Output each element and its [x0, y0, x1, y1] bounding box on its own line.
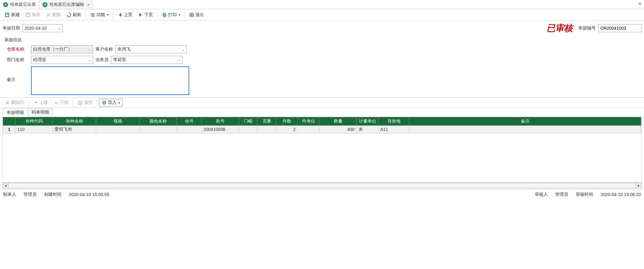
scroll-right-icon[interactable]: ▸ — [636, 183, 641, 188]
cell-unit[interactable]: 米 — [357, 126, 378, 133]
scroll-track[interactable] — [8, 183, 636, 188]
date-picker[interactable]: 2020-04-10 ⌄ — [22, 24, 63, 32]
cell-remark[interactable] — [409, 126, 641, 133]
refresh-button[interactable]: 刷新 — [64, 11, 84, 19]
tab-code-detail[interactable]: 码单明细 — [28, 108, 53, 117]
cell-color-no[interactable] — [177, 126, 202, 133]
new-button[interactable]: 新建 — [2, 11, 22, 19]
delete-label: 删除 — [52, 12, 61, 18]
globe-icon — [102, 100, 107, 105]
remark-field[interactable] — [31, 66, 189, 95]
warehouse-label: 仓库名称 — [7, 47, 29, 52]
print-button[interactable]: 打印 ▾ — [159, 11, 183, 19]
horizontal-scrollbar[interactable]: ◂ ▸ — [2, 183, 642, 188]
col-batch[interactable]: 批号 — [202, 117, 239, 126]
close-icon[interactable]: × — [87, 2, 90, 7]
col-location[interactable]: 存放地 — [378, 117, 409, 126]
prev-label: 上页 — [124, 12, 132, 18]
triangle-left-icon — [118, 12, 123, 17]
refresh-icon — [66, 12, 71, 17]
print-icon — [162, 12, 167, 17]
remark-label: 备注 — [7, 66, 29, 83]
col-pieces[interactable]: 件数 — [276, 117, 298, 126]
delete-row-button: 删除行 — [2, 99, 27, 106]
customer-value: 朱鸿飞 — [118, 47, 131, 52]
exit-label: 退出 — [195, 12, 204, 18]
col-remark[interactable]: 备注 — [409, 117, 641, 126]
auditor-value: 管理员 — [555, 192, 568, 197]
col-qty[interactable]: 数量 — [320, 117, 357, 126]
window-close-icon[interactable]: × — [638, 1, 642, 7]
svg-rect-10 — [163, 16, 165, 17]
creator-value: 管理员 — [24, 192, 37, 197]
move-down-button: 下移 — [51, 99, 71, 106]
separator — [113, 11, 113, 18]
header-row: 单据日期 2020-04-10 ⌄ 已审核 单据编号 — [0, 20, 644, 36]
cell-weight[interactable] — [257, 126, 276, 133]
move-up-label: 上移 — [39, 100, 48, 105]
grid-container: 布种代码 布种名称 规格 颜色名称 色号 批号 门幅 克重 件数 件单位 数量 … — [2, 117, 642, 183]
dept-label: 部门名称 — [7, 57, 29, 63]
col-code[interactable]: 布种代码 — [16, 117, 53, 126]
tab-doc-detail[interactable]: 单据明细 — [2, 108, 28, 117]
col-color-no[interactable]: 色号 — [177, 117, 202, 126]
grid-header-row: 布种代码 布种名称 规格 颜色名称 色号 批号 门幅 克重 件数 件单位 数量 … — [3, 117, 641, 126]
chevron-down-icon: ⌄ — [178, 58, 180, 62]
cell-piece-unit[interactable] — [298, 126, 320, 133]
cell-pieces[interactable]: 2 — [276, 126, 298, 133]
table-row[interactable]: 1 110 爱招飞布 200410008 2 400 米 A11 — [3, 126, 641, 133]
docno-field[interactable] — [598, 24, 642, 32]
svg-rect-5 — [91, 13, 95, 14]
functions-button[interactable]: 功能 ▾ — [88, 11, 111, 19]
col-width[interactable]: 门幅 — [239, 117, 257, 126]
sales-select[interactable]: 李延军 ⌄ — [111, 56, 182, 64]
next-button[interactable]: 下页 — [136, 11, 155, 19]
warehouse-select[interactable]: 白坯仓库（一分厂） ⌄ — [31, 45, 93, 53]
prev-button[interactable]: 上页 — [115, 11, 135, 19]
chevron-down-icon: ⌄ — [58, 27, 60, 30]
cell-batch[interactable]: 200410008 — [202, 126, 239, 133]
cell-color-name[interactable] — [140, 126, 177, 133]
chevron-down-icon: ⌄ — [88, 48, 91, 51]
cell-spec[interactable] — [96, 126, 140, 133]
delete-icon — [5, 100, 10, 105]
dept-value: 经理室 — [33, 57, 46, 63]
chevron-down-icon: ▾ — [107, 13, 109, 16]
cell-width[interactable] — [239, 126, 257, 133]
functions-label: 功能 — [96, 12, 105, 18]
cell-qty[interactable]: 400 — [320, 126, 357, 133]
cell-rownum: 1 — [3, 126, 16, 133]
cell-name[interactable]: 爱招飞布 — [53, 126, 96, 133]
svg-rect-7 — [91, 16, 95, 16]
auditor-label: 审核人 — [535, 192, 548, 197]
svg-rect-2 — [6, 15, 8, 15]
docno-label: 单据编号 — [578, 25, 596, 31]
col-unit[interactable]: 计量单位 — [357, 117, 378, 126]
cell-location[interactable]: A11 — [378, 126, 409, 133]
document-tabs: ⊕ 坯布其它出库 ⊕ 坯布其它出库编辑 × × — [0, 0, 644, 9]
scroll-left-icon[interactable]: ◂ — [3, 183, 8, 188]
separator — [97, 99, 97, 106]
chevron-down-icon: ⌄ — [182, 48, 185, 51]
chevron-down-icon: ▾ — [179, 13, 180, 16]
audit-time-value: 2020-04-10 15:06:20 — [601, 192, 641, 197]
col-weight[interactable]: 克重 — [257, 117, 276, 126]
tab-outbound-list[interactable]: ⊕ 坯布其它出库 — [0, 0, 39, 9]
col-piece-unit[interactable]: 件单位 — [298, 117, 320, 126]
col-spec[interactable]: 规格 — [96, 117, 140, 126]
import-button[interactable]: 导入 ▾ — [99, 99, 123, 107]
sales-label: 业务员 — [96, 57, 109, 63]
exit-button[interactable]: 退出 — [187, 11, 207, 19]
dept-select[interactable]: 经理室 ⌄ — [31, 56, 93, 64]
cell-code[interactable]: 110 — [16, 126, 53, 133]
tab-outbound-edit[interactable]: ⊕ 坯布其它出库编辑 × — [39, 0, 93, 9]
customer-select[interactable]: 朱鸿飞 ⌄ — [115, 45, 187, 53]
globe-icon: ⊕ — [42, 2, 47, 7]
col-name[interactable]: 布种名称 — [53, 117, 96, 126]
svg-rect-9 — [163, 13, 165, 14]
delete-row-label: 删除行 — [11, 100, 24, 105]
col-color-name[interactable]: 颜色名称 — [140, 117, 177, 126]
detail-grid[interactable]: 布种代码 布种名称 规格 颜色名称 色号 批号 门幅 克重 件数 件单位 数量 … — [3, 117, 641, 133]
save-icon — [25, 12, 30, 17]
new-label: 新建 — [11, 12, 20, 18]
